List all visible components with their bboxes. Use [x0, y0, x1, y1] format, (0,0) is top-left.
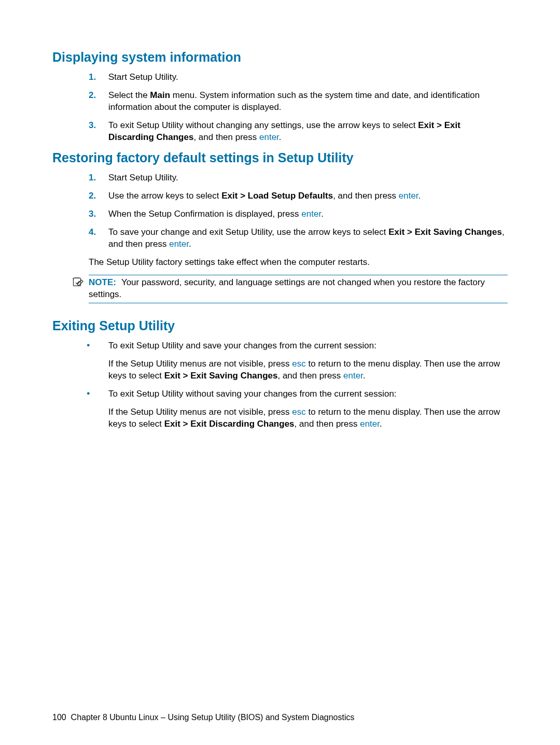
step-number: 2. — [89, 190, 96, 202]
page-number: 100 — [52, 713, 66, 722]
document-page: Displaying system information 1. Start S… — [0, 0, 560, 745]
step-text: To save your change and exit Setup Utili… — [108, 227, 388, 237]
step-text: Use the arrow keys to select — [108, 191, 221, 201]
bold-text: Exit > Load Setup Defaults — [221, 191, 333, 201]
list-item: 1. Start Setup Utility. — [89, 72, 508, 83]
note-block: NOTE:Your password, security, and langua… — [89, 275, 508, 303]
heading-exiting-setup-utility: Exiting Setup Utility — [52, 318, 508, 334]
bullet-text: If the Setup Utility menus are not visib… — [108, 359, 292, 369]
list-item: To exit Setup Utility and save your chan… — [83, 340, 508, 382]
key-enter: enter — [301, 209, 321, 219]
step-number: 3. — [89, 208, 96, 220]
key-enter: enter — [169, 239, 189, 249]
step-number: 1. — [89, 72, 96, 83]
step-text: Select the — [108, 90, 150, 100]
step-number: 3. — [89, 120, 96, 132]
ordered-list-section2: 1. Start Setup Utility. 2. Use the arrow… — [52, 172, 508, 250]
list-item: 3. When the Setup Confirmation is displa… — [89, 208, 508, 220]
heading-displaying-system-information: Displaying system information — [52, 49, 508, 65]
bullet-text: , and then press — [295, 419, 360, 429]
step-text: . — [418, 191, 421, 201]
bullet-lead: To exit Setup Utility and save your chan… — [108, 341, 376, 350]
key-esc: esc — [292, 407, 305, 417]
list-item: 3. To exit Setup Utility without changin… — [89, 120, 508, 144]
bold-text: Main — [150, 90, 170, 100]
ordered-list-section1: 1. Start Setup Utility. 2. Select the Ma… — [52, 72, 508, 144]
note-text: Your password, security, and language se… — [89, 277, 485, 299]
bullet-lead: To exit Setup Utility without saving you… — [108, 389, 397, 399]
key-enter: enter — [259, 132, 279, 142]
list-item: To exit Setup Utility without saving you… — [83, 388, 508, 430]
bold-text: Exit > Exit Saving Changes — [388, 227, 502, 237]
bold-text: Exit > Exit Discarding Changes — [164, 419, 295, 429]
step-text: . — [189, 239, 191, 249]
step-text: To exit Setup Utility without changing a… — [108, 120, 418, 130]
step-number: 1. — [89, 172, 96, 184]
paragraph: The Setup Utility factory settings take … — [89, 257, 508, 269]
bullet-list-section3: To exit Setup Utility and save your chan… — [52, 340, 508, 430]
step-text: , and then press — [193, 132, 259, 142]
bold-text: Exit > Exit Saving Changes — [164, 371, 278, 381]
bullet-text: If the Setup Utility menus are not visib… — [108, 407, 292, 417]
step-number: 4. — [89, 227, 96, 238]
step-text: Start Setup Utility. — [108, 72, 178, 82]
chapter-title: Chapter 8 Ubuntu Linux – Using Setup Uti… — [71, 713, 355, 722]
key-esc: esc — [292, 359, 305, 369]
page-footer: 100 Chapter 8 Ubuntu Linux – Using Setup… — [52, 713, 508, 722]
step-text: . — [321, 209, 324, 219]
bullet-text: . — [363, 371, 366, 381]
list-item: 2. Use the arrow keys to select Exit > L… — [89, 190, 508, 202]
list-item: 2. Select the Main menu. System informat… — [89, 90, 508, 114]
bullet-text: . — [380, 419, 382, 429]
step-text: . — [279, 132, 282, 142]
list-item: 4. To save your change and exit Setup Ut… — [89, 227, 508, 250]
heading-restoring-factory-defaults: Restoring factory default settings in Se… — [52, 150, 508, 166]
step-text: When the Setup Confirmation is displayed… — [108, 209, 301, 219]
step-text: Start Setup Utility. — [108, 173, 178, 182]
step-text: , and then press — [333, 191, 399, 201]
bullet-text: , and then press — [277, 371, 343, 381]
note-label: NOTE: — [89, 277, 116, 287]
note-icon — [72, 277, 83, 291]
key-enter: enter — [360, 419, 380, 429]
step-number: 2. — [89, 90, 96, 102]
key-enter: enter — [399, 191, 418, 201]
list-item: 1. Start Setup Utility. — [89, 172, 508, 184]
key-enter: enter — [343, 371, 363, 381]
